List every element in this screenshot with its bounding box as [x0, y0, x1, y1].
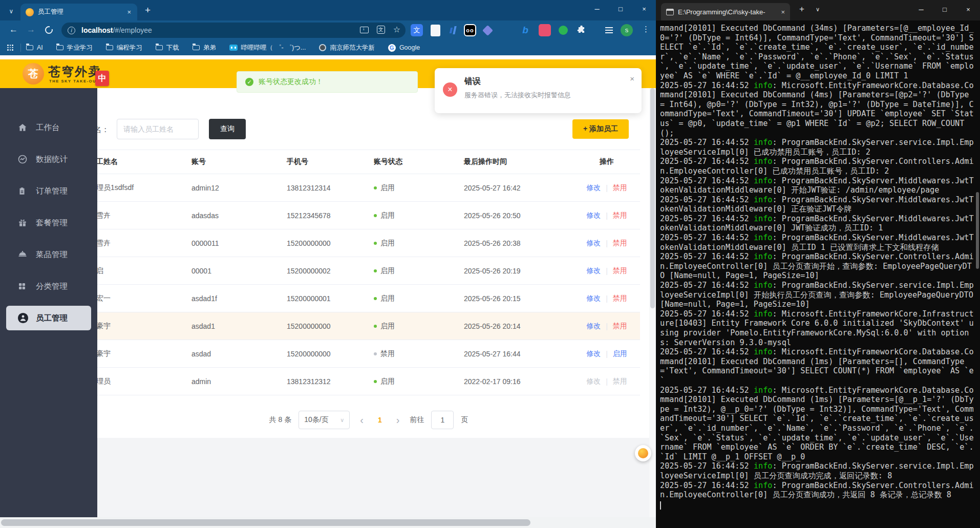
extension-tampermonkey-icon[interactable]: oo — [464, 24, 476, 36]
enable-link[interactable]: 启用 — [613, 349, 627, 358]
bookmark-item[interactable]: 编程学习 — [106, 44, 142, 52]
cell-phone: 15200000000 — [287, 350, 374, 358]
disable-link[interactable]: 禁用 — [613, 294, 627, 303]
sidebar-item-category[interactable]: 分类管理 — [0, 270, 97, 302]
current-page[interactable]: 1 — [374, 416, 386, 424]
browser-tab-active[interactable]: 员工管理 × — [20, 4, 137, 20]
browser-minimize-button[interactable]: ─ — [585, 0, 609, 17]
edit-link[interactable]: 修改 — [586, 183, 601, 193]
cell-actions: 修改|禁用 — [573, 322, 640, 331]
query-button[interactable]: 查询 — [209, 119, 246, 139]
apps-grid-icon[interactable] — [7, 45, 13, 51]
sidebar-item-employee[interactable]: 员工管理 — [6, 306, 91, 330]
extension-bing-icon[interactable]: b — [519, 24, 531, 36]
cast-icon[interactable] — [360, 27, 369, 33]
bookmark-item[interactable]: 学业学习 — [56, 44, 93, 52]
error-close-icon[interactable]: × — [630, 74, 634, 83]
url-host: localhost — [81, 26, 113, 34]
bookmark-star-icon[interactable]: ☆ — [393, 26, 400, 34]
bookmark-label: 编程学习 — [117, 44, 142, 52]
cell-last-operate-time: 2025-05-26 20:50 — [464, 212, 573, 220]
site-info-icon[interactable]: i — [68, 27, 75, 34]
sidebar-item-home[interactable]: 工作台 — [0, 112, 97, 143]
reload-icon[interactable] — [45, 26, 53, 34]
sidebar-item-combo[interactable]: 套餐管理 — [0, 207, 97, 239]
tab-search-chevron-icon[interactable]: ∨ — [5, 6, 17, 16]
translate-badge[interactable]: 中 — [95, 71, 109, 86]
add-employee-button[interactable]: + 添加员工 — [572, 119, 629, 139]
back-icon[interactable]: ← — [9, 25, 18, 35]
horizontal-scrollbar-thumb[interactable] — [1, 519, 530, 526]
cell-phone: 15212345678 — [287, 212, 374, 220]
terminal-maximize-button[interactable]: □ — [933, 0, 956, 18]
profile-avatar[interactable]: s — [621, 24, 633, 36]
terminal-new-tab-button[interactable]: + — [799, 4, 804, 14]
browser-window: ∨ 员工管理 × + ─ □ × ← → i localhost/#/emplo… — [0, 0, 656, 528]
url-path: /#/employee — [113, 26, 152, 34]
sidebar-item-label: 员工管理 — [36, 313, 68, 324]
employee-name-text: 拉豪宇 — [97, 322, 111, 331]
sidebar-item-stats[interactable]: 数据统计 — [0, 143, 97, 175]
goto-page-input[interactable] — [431, 411, 454, 429]
tab-close-icon[interactable]: × — [126, 8, 132, 16]
reading-list-icon[interactable] — [605, 30, 613, 31]
bookmark-item[interactable]: 南京师范大学新 — [319, 44, 375, 52]
new-tab-button[interactable]: + — [145, 5, 151, 16]
terminal-log-entry: mmand[20101] Executed DbCommand (34ms) [… — [660, 24, 975, 81]
bookmark-label: AI — [37, 44, 43, 51]
edit-link[interactable]: 修改 — [586, 349, 601, 358]
bookmark-item[interactable]: AI — [26, 44, 43, 52]
edit-link[interactable]: 修改 — [586, 294, 601, 303]
floating-translate-ball[interactable] — [635, 445, 651, 461]
extension-stats-icon[interactable] — [446, 24, 459, 36]
extension-doc-icon[interactable] — [429, 24, 441, 36]
edit-link[interactable]: 修改 — [586, 266, 601, 276]
browser-maximize-button[interactable]: □ — [609, 0, 632, 17]
disable-link[interactable]: 禁用 — [613, 266, 627, 276]
edit-link[interactable]: 修改 — [586, 239, 601, 248]
page-size-select[interactable]: 10条/页 ∨ — [299, 411, 350, 429]
terminal-dropdown-icon[interactable]: ∨ — [816, 6, 820, 13]
horizontal-scrollbar[interactable] — [0, 517, 656, 528]
terminal-window-controls: ─ □ × — [909, 0, 980, 18]
terminal-close-button[interactable]: × — [956, 0, 980, 18]
bookmark-item[interactable]: 哔哩哔哩（ ゜- ゜)つ... — [229, 44, 306, 52]
url-bar[interactable]: i localhost/#/employee 文 ☆ — [61, 23, 406, 38]
forward-icon[interactable]: → — [27, 25, 35, 35]
translate-page-icon[interactable]: 文 — [377, 26, 385, 34]
vertical-scrollbar-thumb[interactable] — [650, 88, 655, 308]
employee-name-input[interactable] — [117, 119, 199, 139]
disable-link[interactable]: 禁用 — [613, 239, 627, 248]
disable-link[interactable]: 禁用 — [613, 211, 627, 220]
next-page-icon[interactable]: › — [393, 414, 403, 426]
extension-red-icon[interactable] — [539, 24, 551, 36]
extension-diamond-icon[interactable] — [481, 24, 494, 36]
cell-account: asdad1 — [191, 322, 287, 330]
edit-link[interactable]: 修改 — [586, 211, 601, 220]
success-toast-message: 账号状态更改成功！ — [259, 77, 323, 87]
terminal-tab-close-icon[interactable]: × — [781, 8, 785, 16]
bookmark-item[interactable]: 下载 — [156, 44, 179, 52]
prev-page-icon[interactable]: ‹ — [357, 414, 367, 426]
edit-link[interactable]: 修改 — [586, 322, 601, 331]
disable-link[interactable]: 禁用 — [613, 183, 627, 193]
bookmark-label: 南京师范大学新 — [330, 44, 375, 52]
bookmark-item[interactable]: 弟弟 — [193, 44, 216, 52]
cell-actions: 修改|禁用 — [573, 266, 640, 276]
cell-account: asdad — [191, 350, 287, 358]
folder-icon — [106, 45, 113, 50]
status-dot — [374, 186, 377, 189]
terminal-log[interactable]: mmand[20101] Executed DbCommand (34ms) [… — [656, 20, 980, 528]
terminal-tab[interactable]: E:\Programming\C#\sky-take- × — [661, 3, 790, 20]
extension-green-icon[interactable] — [557, 24, 569, 36]
extensions-puzzle-icon[interactable] — [577, 25, 586, 35]
terminal-scrollbar-thumb[interactable] — [976, 192, 979, 269]
sidebar-item-orders[interactable]: 订单管理 — [0, 175, 97, 207]
sidebar-item-dish[interactable]: 菜品管理 — [0, 239, 97, 270]
disable-link[interactable]: 禁用 — [613, 322, 627, 331]
extension-translate-icon[interactable]: 文 — [411, 24, 423, 36]
browser-close-button[interactable]: × — [632, 0, 656, 17]
bookmark-item[interactable]: GGoogle — [388, 44, 420, 52]
browser-menu-icon[interactable]: ⋮ — [642, 25, 650, 34]
terminal-minimize-button[interactable]: ─ — [909, 0, 933, 18]
